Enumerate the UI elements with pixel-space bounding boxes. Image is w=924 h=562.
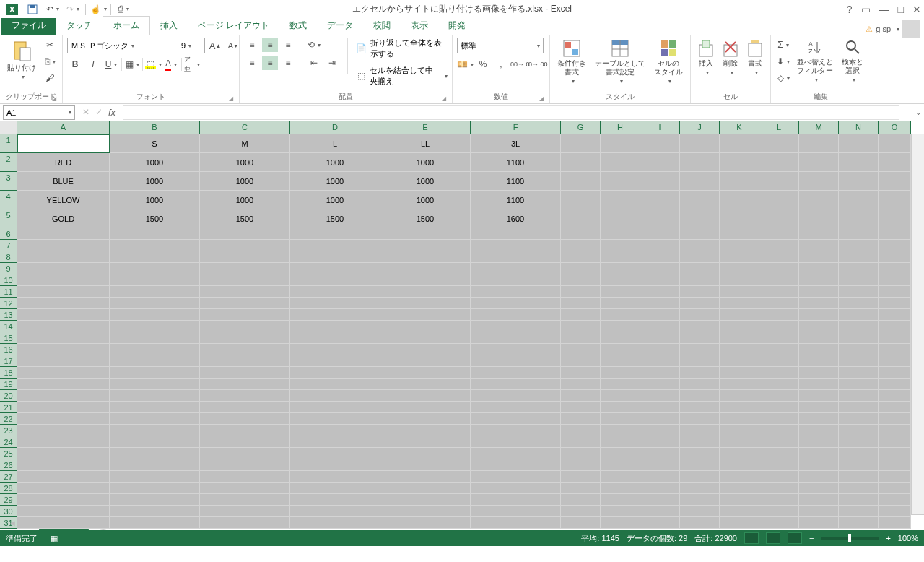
cell-B12[interactable]: [110, 298, 200, 309]
zoom-in-button[interactable]: +: [886, 534, 890, 542]
cell-K18[interactable]: [720, 367, 759, 379]
insert-cells-button[interactable]: 挿入▾: [695, 38, 717, 78]
cell-A7[interactable]: [17, 240, 110, 251]
cell-G20[interactable]: [561, 390, 601, 402]
cell-J22[interactable]: [680, 413, 720, 425]
cell-L18[interactable]: [759, 367, 799, 379]
border-button[interactable]: ▦▾: [124, 57, 140, 72]
cell-N17[interactable]: [839, 355, 879, 367]
cell-D29[interactable]: [290, 494, 380, 506]
cell-B11[interactable]: [110, 286, 200, 298]
cell-C16[interactable]: [200, 344, 290, 355]
cell-J30[interactable]: [680, 506, 720, 517]
cell-G13[interactable]: [561, 309, 601, 321]
row-header-7[interactable]: 7: [0, 240, 17, 251]
cell-O9[interactable]: [879, 263, 911, 274]
cell-D16[interactable]: [290, 344, 380, 355]
row-header-8[interactable]: 8: [0, 251, 17, 263]
cell-A25[interactable]: [17, 448, 110, 459]
cell-F5[interactable]: 1600: [471, 209, 561, 228]
cell-L12[interactable]: [759, 298, 799, 309]
cell-I24[interactable]: [640, 436, 680, 448]
cell-H31[interactable]: [601, 517, 640, 529]
cell-D4[interactable]: 1000: [290, 191, 380, 209]
cell-O16[interactable]: [879, 344, 911, 355]
italic-button[interactable]: I: [85, 57, 101, 72]
cell-L31[interactable]: [759, 517, 799, 529]
decrease-font-button[interactable]: A▼: [225, 38, 241, 53]
row-header-23[interactable]: 23: [0, 425, 17, 436]
cell-N2[interactable]: [839, 153, 879, 172]
cell-G3[interactable]: [561, 172, 601, 191]
cell-L24[interactable]: [759, 436, 799, 448]
cell-A9[interactable]: [17, 263, 110, 274]
cell-L26[interactable]: [759, 459, 799, 471]
cell-C4[interactable]: 1000: [200, 191, 290, 209]
cell-M19[interactable]: [799, 379, 839, 390]
cell-G23[interactable]: [561, 425, 601, 436]
cell-O8[interactable]: [879, 251, 911, 263]
cell-M11[interactable]: [799, 286, 839, 298]
cell-C7[interactable]: [200, 240, 290, 251]
cell-L9[interactable]: [759, 263, 799, 274]
row-header-28[interactable]: 28: [0, 483, 17, 494]
cell-O13[interactable]: [879, 309, 911, 321]
cell-I26[interactable]: [640, 459, 680, 471]
cell-N16[interactable]: [839, 344, 879, 355]
cut-button[interactable]: ✂: [42, 38, 58, 52]
cell-N13[interactable]: [839, 309, 879, 321]
cell-B29[interactable]: [110, 494, 200, 506]
cell-A30[interactable]: [17, 506, 110, 517]
cell-N26[interactable]: [839, 459, 879, 471]
cell-E25[interactable]: [380, 448, 471, 459]
cell-L7[interactable]: [759, 240, 799, 251]
cell-K14[interactable]: [720, 321, 759, 332]
cell-K5[interactable]: [720, 209, 759, 228]
cell-M20[interactable]: [799, 390, 839, 402]
cell-B5[interactable]: 1500: [110, 209, 200, 228]
row-header-25[interactable]: 25: [0, 448, 17, 459]
cell-C8[interactable]: [200, 251, 290, 263]
cell-F24[interactable]: [471, 436, 561, 448]
cell-F3[interactable]: 1100: [471, 172, 561, 191]
cell-O28[interactable]: [879, 483, 911, 494]
row-header-17[interactable]: 17: [0, 355, 17, 367]
font-color-button[interactable]: A▾: [163, 57, 179, 72]
close-button[interactable]: ✕: [912, 4, 921, 15]
column-header-M[interactable]: M: [799, 121, 839, 134]
cell-D30[interactable]: [290, 506, 380, 517]
copy-button[interactable]: ⎘▾: [42, 54, 58, 69]
cell-B13[interactable]: [110, 309, 200, 321]
column-header-B[interactable]: B: [110, 121, 200, 134]
cell-F25[interactable]: [471, 448, 561, 459]
cell-K23[interactable]: [720, 425, 759, 436]
column-header-O[interactable]: O: [879, 121, 911, 134]
cell-F30[interactable]: [471, 506, 561, 517]
cell-F19[interactable]: [471, 379, 561, 390]
cell-L20[interactable]: [759, 390, 799, 402]
cell-I1[interactable]: [640, 134, 680, 153]
cell-K3[interactable]: [720, 172, 759, 191]
cell-L4[interactable]: [759, 191, 799, 209]
cell-E15[interactable]: [380, 332, 471, 344]
cell-G10[interactable]: [561, 274, 601, 286]
column-header-N[interactable]: N: [839, 121, 879, 134]
cell-O29[interactable]: [879, 494, 911, 506]
view-layout-button[interactable]: [766, 532, 780, 544]
cell-H28[interactable]: [601, 483, 640, 494]
cell-N28[interactable]: [839, 483, 879, 494]
cell-B4[interactable]: 1000: [110, 191, 200, 209]
cell-G1[interactable]: [561, 134, 601, 153]
cell-D14[interactable]: [290, 321, 380, 332]
cell-D7[interactable]: [290, 240, 380, 251]
cell-H22[interactable]: [601, 413, 640, 425]
cell-D28[interactable]: [290, 483, 380, 494]
cell-N5[interactable]: [839, 209, 879, 228]
cell-J18[interactable]: [680, 367, 720, 379]
cell-G9[interactable]: [561, 263, 601, 274]
cell-M3[interactable]: [799, 172, 839, 191]
comma-button[interactable]: ,: [493, 57, 509, 72]
cell-K20[interactable]: [720, 390, 759, 402]
cell-E11[interactable]: [380, 286, 471, 298]
qat-customize-button[interactable]: ⎙▾: [114, 1, 133, 17]
